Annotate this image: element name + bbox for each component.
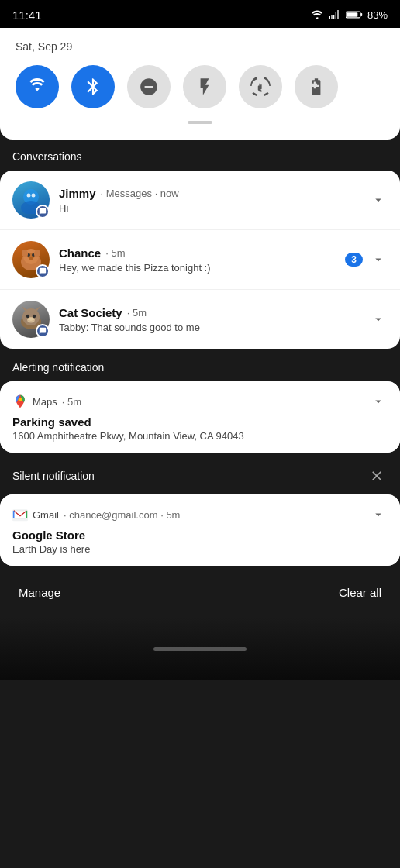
gmail-icon	[12, 508, 28, 522]
dnd-toggle[interactable]	[127, 65, 171, 108]
quick-settings-panel: Sat, Sep 29	[0, 28, 400, 140]
cat-society-expand-button[interactable]	[369, 310, 388, 329]
svg-point-6	[32, 194, 36, 198]
bottom-bar: Manage Clear all	[0, 567, 400, 618]
conversation-jimmy[interactable]: Jimmy · Messages · now Hi	[0, 170, 400, 230]
jimmy-content: Jimmy · Messages · now Hi	[59, 187, 369, 214]
cat-society-content: Cat Society · 5m Tabby: That sounds good…	[59, 306, 369, 333]
chance-content: Chance · 5m Hey, we made this Pizza toni…	[59, 246, 345, 274]
signal-icon	[329, 9, 341, 20]
manage-button[interactable]: Manage	[19, 583, 60, 602]
status-time: 11:41	[12, 9, 42, 22]
cat-society-actions	[369, 310, 388, 329]
svg-rect-1	[360, 13, 362, 16]
maps-time: · 5m	[62, 396, 81, 408]
battery-saver-toggle[interactable]	[295, 65, 338, 108]
gmail-email: · chance@gmail.com · 5m	[64, 509, 181, 521]
status-bar: 11:41 83%	[0, 0, 400, 28]
conversation-chance[interactable]: Chance · 5m Hey, we made this Pizza toni…	[0, 230, 400, 290]
silent-card: Gmail · chance@gmail.com · 5m Google Sto…	[0, 494, 400, 566]
messages-badge-jimmy	[36, 205, 50, 219]
svg-marker-18	[35, 306, 40, 311]
messages-badge-cat	[36, 324, 50, 338]
chance-name: Chance	[59, 246, 101, 260]
maps-app-row: Maps · 5m	[12, 394, 81, 409]
svg-point-5	[27, 194, 31, 198]
maps-body: 1600 Amphitheatre Pkwy, Mountain View, C…	[12, 430, 388, 442]
maps-app-name: Maps	[33, 396, 57, 408]
maps-title: Parking saved	[12, 415, 388, 429]
chance-meta: · 5m	[105, 247, 125, 259]
silent-expand-button[interactable]	[369, 505, 388, 524]
silent-close-button[interactable]	[366, 465, 388, 487]
chance-expand-button[interactable]	[369, 250, 388, 269]
jimmy-actions	[369, 191, 388, 209]
rotate-toggle[interactable]	[239, 65, 282, 108]
conversation-cat-society[interactable]: Cat Society · 5m Tabby: That sounds good…	[0, 290, 400, 349]
wifi-status-icon	[310, 9, 324, 20]
gmail-title: Google Store	[12, 529, 388, 542]
svg-rect-2	[347, 12, 357, 17]
gmail-app-row: Gmail · chance@gmail.com · 5m	[12, 508, 180, 522]
gmail-app-name: Gmail	[33, 509, 59, 521]
cat-society-name: Cat Society	[59, 306, 122, 319]
silent-section-header: Silent notification	[0, 454, 400, 494]
jimmy-message: Hi	[59, 202, 369, 214]
clear-all-button[interactable]: Clear all	[339, 583, 381, 602]
svg-point-20	[33, 315, 36, 318]
svg-point-19	[26, 315, 29, 318]
home-pill[interactable]	[153, 647, 247, 651]
bottom-overlay	[0, 618, 400, 680]
gmail-notification[interactable]: Gmail · chance@gmail.com · 5m Google Sto…	[0, 494, 400, 566]
messages-badge-chance	[36, 264, 50, 278]
chance-message: Hey, we made this Pizza tonight :)	[59, 262, 345, 274]
flashlight-toggle[interactable]	[183, 65, 226, 108]
svg-point-23	[19, 398, 22, 401]
cat-society-message: Tabby: That sounds good to me	[59, 322, 369, 333]
maps-icon	[12, 394, 28, 409]
battery-percent: 83%	[367, 9, 388, 21]
svg-point-22	[27, 318, 35, 323]
battery-icon	[346, 9, 363, 20]
bluetooth-toggle[interactable]	[71, 65, 115, 108]
quick-toggles	[16, 65, 384, 108]
conversations-header: Conversations	[0, 140, 400, 170]
alerting-header: Alerting notification	[0, 350, 400, 381]
gmail-body: Earth Day is here	[12, 543, 388, 555]
wifi-toggle[interactable]	[16, 65, 59, 108]
chance-actions: 3	[345, 250, 388, 269]
alerting-card: Maps · 5m Parking saved 1600 Amphitheatr…	[0, 381, 400, 453]
jimmy-name: Jimmy	[59, 187, 96, 200]
conversations-card: Jimmy · Messages · now Hi	[0, 170, 400, 349]
svg-marker-17	[22, 306, 27, 311]
jimmy-expand-button[interactable]	[369, 191, 388, 209]
date-label: Sat, Sep 29	[16, 40, 384, 53]
status-icons: 83%	[310, 9, 388, 21]
silent-header-text: Silent notification	[12, 470, 95, 482]
alerting-expand-button[interactable]	[369, 392, 388, 411]
chance-badge: 3	[345, 253, 363, 267]
jimmy-meta: · Messages · now	[101, 188, 179, 199]
svg-point-12	[29, 257, 33, 260]
drag-handle[interactable]	[188, 121, 212, 124]
cat-meta: · 5m	[127, 307, 147, 319]
maps-notification[interactable]: Maps · 5m Parking saved 1600 Amphitheatr…	[0, 381, 400, 453]
